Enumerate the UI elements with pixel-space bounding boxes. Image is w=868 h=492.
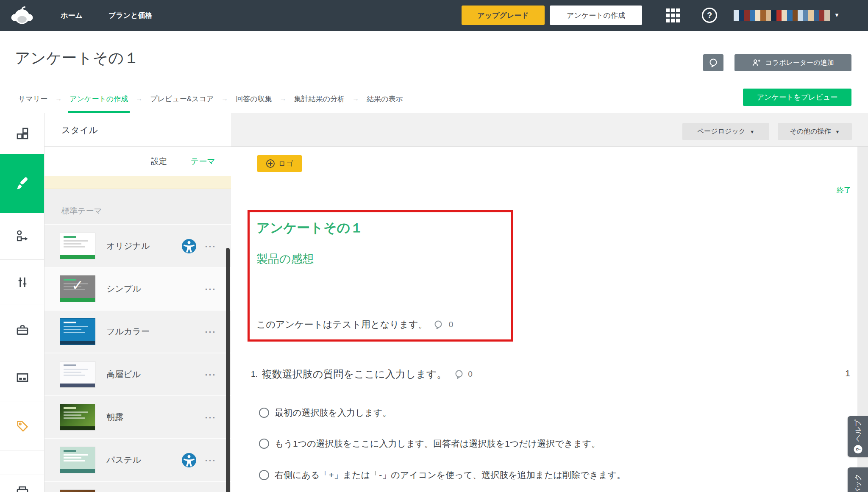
redaction-pixel [787,16,793,21]
workflow-steps: サマリー→アンケートの作成→プレビュー&スコア→回答の収集→集計結果の分析→結果… [18,85,403,113]
workflow-step[interactable]: プレビュー&スコア [150,85,214,113]
answer-option[interactable]: 右側にある「+」または「-」のアイコンを使って、選択肢を追加または削除できます。 [259,469,626,481]
answer-option-label: もう1つの選択肢をここに入力します。回答者は選択肢を1つだけ選択できます。 [275,438,600,450]
sidebar-build-questions-icon[interactable] [0,113,45,154]
chevron-down-icon: ▼ [835,129,840,134]
radio-button-icon[interactable] [259,439,269,449]
theme-thumbnail[interactable] [60,233,95,259]
feedback-tab[interactable]: フィードバック [848,467,868,492]
workflow-step[interactable]: 集計結果の分析 [294,85,345,113]
add-collaborator-button[interactable]: コラボレーターの追加 [734,54,851,71]
comments-button[interactable] [703,54,723,71]
end-page-link[interactable]: 終了 [837,185,851,195]
survey-page-title: アンケートその１ [15,48,139,69]
theme-menu-dots[interactable]: ⋯ [204,282,217,296]
add-collaborator-label: コラボレーターの追加 [765,58,834,67]
theme-menu-dots[interactable]: ⋯ [204,239,217,253]
question-comment-count: 0 [468,370,473,379]
redaction-pixel [782,16,787,21]
theme-row[interactable]: 朝露⋯ [45,395,231,438]
answer-option-label: 最初の選択肢を入力します。 [275,407,391,419]
user-menu-caret-icon[interactable]: ▼ [834,12,840,18]
redaction-pixel [824,10,830,16]
sidebar-options-sliders-icon[interactable] [0,260,45,305]
user-name-redacted[interactable] [734,10,830,21]
apps-grid-icon[interactable] [666,8,681,23]
theme-banner-strip [45,176,231,189]
theme-name: フルカラー [106,326,199,337]
theme-row[interactable]: オリジナル⋯ [45,224,231,267]
workflow-step[interactable]: アンケートの作成 [70,85,128,113]
comment-bubble-icon[interactable] [434,320,443,329]
redaction-pixel [776,10,782,16]
sidebar-print-icon[interactable] [0,475,45,492]
redaction-pixel [793,10,798,16]
redaction-pixel [814,16,819,21]
nav-plans-pricing[interactable]: プランと価格 [108,0,153,31]
sidebar-style-brush-icon[interactable] [0,154,45,213]
selected-check-icon: ✓ [60,277,95,294]
theme-thumbnail[interactable] [60,404,95,431]
question-row[interactable]: 1. 複数選択肢の質問をここに入力します。 0 [251,367,473,381]
style-panel: スタイル ? 設定 テーマ 標準テーマ オリジナル⋯✓シンプル⋯フルカラー⋯高層… [45,113,231,492]
comment-bubble-icon[interactable] [454,370,464,379]
redaction-pixel [760,10,766,16]
step-arrow-icon: → [280,95,287,103]
theme-row[interactable]: 高層ビル⋯ [45,353,231,395]
redaction-pixel [766,16,771,21]
theme-row[interactable]: フルカラー⋯ [45,310,231,353]
theme-thumbnail[interactable]: ✓ [60,275,95,302]
redaction-pixel [782,10,787,16]
help-tab[interactable]: ? ヘルプ [848,416,868,457]
answer-option[interactable]: 最初の選択肢を入力します。 [259,407,391,419]
theme-menu-dots[interactable]: ⋯ [204,325,217,339]
style-panel-header: スタイル ? [45,113,231,147]
theme-row[interactable]: ⋯ [45,481,231,492]
theme-thumbnail[interactable] [60,318,95,345]
page-logic-dropdown[interactable]: ページロジック ▼ [682,123,769,140]
tab-theme[interactable]: テーマ [191,147,215,176]
theme-thumbnail[interactable] [60,447,95,473]
sidebar-footer-card-icon[interactable] [0,354,45,401]
theme-thumbnail[interactable] [60,361,95,388]
more-actions-dropdown[interactable]: その他の操作 ▼ [778,123,852,140]
theme-row[interactable]: パステル⋯ [45,438,231,481]
canvas-toolbar: ページロジック ▼ その他の操作 ▼ [231,113,868,147]
help-icon[interactable]: ? [702,8,717,23]
add-logo-button[interactable]: ロゴ [257,155,302,172]
plus-circle-icon [266,159,275,168]
theme-name: パステル [106,454,181,466]
survey-description-row: このアンケートはテスト用となります。 0 [256,318,453,331]
workflow-step[interactable]: 結果の表示 [367,85,403,113]
theme-menu-dots[interactable]: ⋯ [204,411,217,424]
preview-survey-button[interactable]: アンケートをプレビュー [743,89,851,106]
feedback-tab-label: フィードバック [853,473,863,492]
answer-option[interactable]: もう1つの選択肢をここに入力します。回答者は選択肢を1つだけ選択できます。 [259,438,600,450]
comment-bubble-icon [709,58,718,67]
theme-menu-dots[interactable]: ⋯ [204,453,217,467]
create-survey-button[interactable]: アンケートの作成 [550,6,642,25]
sidebar-skip-logic-icon[interactable] [0,213,45,260]
sidebar-toolbox-icon[interactable] [0,305,45,354]
upgrade-button[interactable]: アップグレード [462,6,545,25]
redaction-pixel [734,16,739,21]
sidebar-tag-icon[interactable] [0,401,45,450]
tab-settings[interactable]: 設定 [151,147,167,176]
radio-button-icon[interactable] [259,408,269,418]
survey-header-highlighted[interactable]: アンケートその１ 製品の感想 このアンケートはテスト用となります。 0 [248,210,513,342]
theme-menu-dots[interactable]: ⋯ [204,368,217,381]
redaction-pixel [824,16,830,21]
radio-button-icon[interactable] [259,470,269,480]
panel-scrollbar[interactable] [226,248,230,492]
workflow-step[interactable]: 回答の収集 [236,85,272,113]
surveymonkey-logo-icon[interactable] [11,4,33,26]
redaction-pixel [819,10,825,16]
theme-name: 朝露 [106,411,199,423]
theme-thumbnail[interactable] [60,489,95,492]
nav-home[interactable]: ホーム [61,0,83,31]
redaction-pixel [760,16,766,21]
workflow-step[interactable]: サマリー [18,85,47,113]
builder-icon-sidebar [0,113,45,492]
redaction-pixel [739,10,745,16]
theme-row[interactable]: ✓シンプル⋯ [45,267,231,310]
